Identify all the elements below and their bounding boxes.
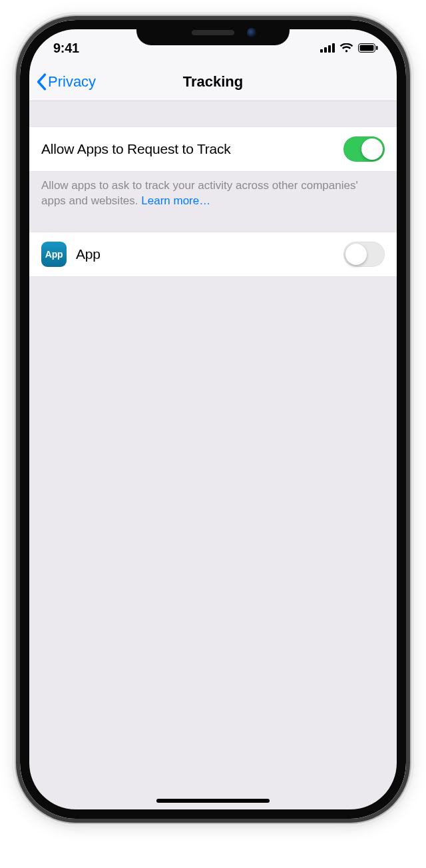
toggle-knob <box>345 244 367 265</box>
svg-rect-2 <box>328 45 331 53</box>
app-icon: App <box>41 242 67 267</box>
chevron-left-icon <box>36 73 47 91</box>
svg-rect-6 <box>376 46 378 50</box>
toggle-knob <box>361 138 383 160</box>
learn-more-link[interactable]: Learn more… <box>141 194 210 207</box>
app-label: App <box>76 246 101 262</box>
svg-rect-0 <box>320 49 323 53</box>
svg-rect-3 <box>332 43 335 53</box>
home-indicator[interactable] <box>156 799 270 803</box>
speaker-grille <box>192 30 234 35</box>
group-footer: Allow apps to ask to track your activity… <box>29 172 397 221</box>
app-row: App App <box>29 232 397 277</box>
cellular-icon <box>320 43 335 53</box>
allow-tracking-toggle[interactable] <box>343 136 385 162</box>
svg-rect-1 <box>324 47 327 53</box>
svg-rect-5 <box>360 45 374 51</box>
battery-icon <box>358 43 378 53</box>
screen: 9:41 <box>29 29 397 809</box>
allow-tracking-label: Allow Apps to Request to Track <box>41 141 231 157</box>
app-tracking-toggle[interactable] <box>343 242 385 267</box>
notch <box>136 20 290 45</box>
wifi-icon <box>339 43 353 53</box>
allow-tracking-row: Allow Apps to Request to Track <box>29 126 397 172</box>
front-camera <box>247 28 256 37</box>
back-label: Privacy <box>48 73 96 91</box>
phone-frame: 9:41 <box>20 20 406 819</box>
back-button[interactable]: Privacy <box>36 63 96 101</box>
status-icons <box>320 43 378 53</box>
content: Allow Apps to Request to Track Allow app… <box>29 101 397 277</box>
app-icon-text: App <box>45 249 63 260</box>
status-time: 9:41 <box>53 41 79 56</box>
navigation-bar: Privacy Tracking <box>29 63 397 101</box>
page-title: Tracking <box>183 73 243 91</box>
